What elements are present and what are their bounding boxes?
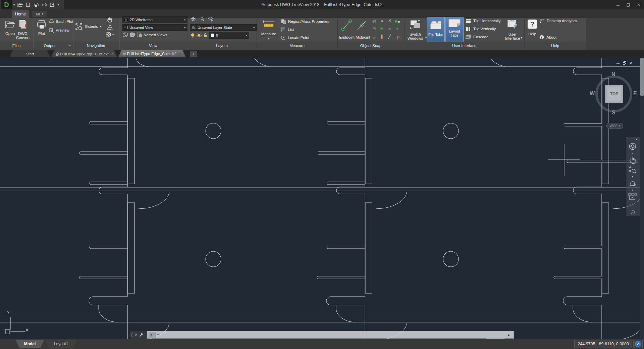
layer-properties-icon[interactable]	[191, 17, 196, 22]
drawing-canvas[interactable]	[0, 58, 644, 339]
chevron-down-icon[interactable]: ▾	[112, 33, 114, 36]
preview-icon[interactable]	[49, 1, 56, 8]
file-tabs-toggle[interactable]: File Tabs	[427, 17, 445, 42]
view-dropdown[interactable]: Unsaved View ▾	[122, 24, 187, 31]
panel-label-user-interface[interactable]: User Interface	[404, 42, 524, 50]
navbar-chevron-icon[interactable]: ▾	[626, 175, 639, 178]
snap-node-icon[interactable]: ✕	[378, 17, 386, 24]
locate-point-button[interactable]: Locate Point	[281, 35, 309, 40]
switch-windows-label[interactable]: Switch Windows	[405, 32, 425, 40]
plot-icon[interactable]	[33, 1, 40, 8]
navbar-orbit-icon[interactable]	[626, 180, 639, 188]
snap-tangent-icon[interactable]: ╱	[386, 33, 393, 40]
open-button[interactable]	[4, 19, 16, 30]
snap-perpendicular-icon[interactable]: ⊥	[370, 33, 378, 40]
lightbulb-icon[interactable]	[191, 33, 195, 38]
tab-document-1[interactable]: FullList-4Type-Edge_Cuts.dxf ✕	[51, 50, 117, 57]
drawing-minimize-button[interactable]	[616, 61, 620, 64]
batch-plot-button[interactable]: Batch Plot	[49, 19, 73, 24]
user-interface-button[interactable]	[505, 18, 520, 31]
layer-isolate-icon[interactable]	[208, 17, 213, 22]
tab-close-icon[interactable]: ✕	[178, 52, 181, 56]
3d-pan-button[interactable]	[106, 24, 114, 31]
layout1-tab[interactable]: Layout1	[45, 340, 77, 348]
help-button[interactable]: ?	[527, 18, 538, 30]
close-button[interactable]: ✕	[634, 0, 644, 9]
help-button-label[interactable]: Help	[525, 32, 540, 36]
wcs-dropdown[interactable]: WCS ▾	[606, 123, 623, 129]
restore-button[interactable]	[623, 0, 634, 9]
tab-document-2-active[interactable]: FullList-4Type-Edge_Cuts.dxf ✕	[118, 50, 186, 57]
command-close-icon[interactable]: ✕	[135, 333, 138, 337]
unlock-icon[interactable]	[203, 33, 207, 38]
navbar-chevron-icon[interactable]: ▾	[626, 152, 639, 155]
open-icon[interactable]	[16, 1, 24, 8]
measure-button[interactable]	[262, 18, 275, 30]
panel-label-layers[interactable]: Layers	[187, 42, 257, 50]
minimize-button[interactable]	[613, 0, 623, 9]
navbar-close-icon[interactable]: ✕	[626, 138, 639, 141]
cube-solid-icon[interactable]	[130, 32, 135, 37]
tab-home[interactable]: Home	[12, 10, 29, 18]
layout-tabs-toggle[interactable]: Layout Tabs	[445, 17, 464, 42]
snap-point-icon[interactable]	[393, 25, 401, 32]
cascade-button[interactable]: Cascade	[466, 35, 488, 39]
tab-close-icon[interactable]: ✕	[111, 52, 114, 56]
navbar-zoom-icon[interactable]	[626, 166, 639, 174]
snap-center-icon[interactable]: ◎	[370, 17, 378, 24]
snap-geometric-center-icon[interactable]: ✳	[378, 25, 386, 32]
navbar-chevron-icon[interactable]: ▾	[626, 189, 639, 192]
desktop-analytics-button[interactable]: Desktop Analytics	[539, 18, 577, 23]
tile-vertically-button[interactable]: Tile Vertically	[466, 27, 496, 31]
panel-label-files[interactable]: Files	[0, 42, 33, 50]
model-tab[interactable]: Model	[15, 340, 44, 348]
preview-button[interactable]: Preview	[49, 28, 69, 33]
visual-style-dropdown[interactable]: 2D Wireframe ▾	[122, 16, 187, 23]
navbar-showmotion-icon[interactable]	[626, 193, 639, 200]
user-interface-button-label[interactable]: User Interface	[503, 32, 522, 40]
command-line-input[interactable]: >_ ▾ ▲	[147, 331, 514, 339]
command-history-arrow-icon[interactable]: ▲	[507, 333, 510, 337]
layer-state-icon[interactable]	[199, 17, 205, 22]
measure-button-label[interactable]: Measure	[259, 32, 278, 36]
batch-plot-icon[interactable]	[41, 1, 48, 8]
dwg-convert-button-label[interactable]: DWG Convert	[13, 32, 32, 40]
ribbon-display-toggle[interactable]: ▾	[32, 11, 47, 17]
current-layer-dropdown[interactable]: 0 ▾	[209, 32, 249, 39]
navbar-steering-wheel-icon[interactable]	[626, 142, 639, 150]
panel-label-output[interactable]: Output	[33, 42, 66, 50]
command-chevron-icon[interactable]: ▾	[157, 333, 159, 336]
snap-off-icon[interactable]: ┌✕	[393, 33, 401, 40]
panel-label-object-snap[interactable]: Object Snap	[337, 42, 404, 50]
named-views-button[interactable]: Named Views	[137, 33, 167, 37]
vertical-scrollbar-thumb[interactable]	[640, 58, 644, 96]
annotation-monitor-badge[interactable]	[633, 340, 643, 348]
app-logo[interactable]: D	[1, 0, 12, 9]
zoom-extents-button[interactable]: Extents ▾	[74, 22, 101, 31]
snap-nearest-icon[interactable]: ○	[386, 25, 393, 32]
dwg-convert-icon[interactable]	[24, 1, 32, 8]
user-interface-chevron-icon[interactable]: ▾	[521, 36, 522, 39]
switch-windows-button[interactable]	[408, 18, 423, 31]
pan-button[interactable]	[106, 16, 114, 23]
navbar-collapse-icon[interactable]	[626, 210, 639, 214]
midpoint-label[interactable]: Midpoint	[354, 35, 372, 39]
panel-label-measure[interactable]: Measure	[257, 42, 337, 50]
about-button[interactable]: About	[539, 35, 556, 40]
snap-extension-icon[interactable]	[393, 17, 401, 24]
measure-chevron-icon[interactable]: ▾	[266, 37, 271, 40]
viewcube-south[interactable]: S	[612, 110, 615, 116]
dwg-convert-button[interactable]	[17, 18, 30, 31]
qat-dropdown-chevron-icon[interactable]: ▾	[58, 3, 59, 6]
coordinates-readout[interactable]: 244.9705, -89.6110, 0.0000	[574, 340, 632, 348]
command-line-grip[interactable]: ✕	[130, 331, 147, 339]
panel-label-view[interactable]: View	[119, 42, 187, 50]
drawing-restore-button[interactable]	[623, 61, 626, 65]
snap-quadrant-icon[interactable]: ✕	[386, 17, 393, 24]
snap-parallel-icon[interactable]: ∥	[378, 33, 386, 40]
app-menu-chevron-icon[interactable]: ▾	[13, 3, 15, 6]
sun-icon[interactable]	[197, 33, 202, 38]
panel-label-navigation[interactable]: Navigation	[73, 42, 119, 50]
tab-start[interactable]: Start	[9, 50, 50, 57]
list-button[interactable]: List	[281, 27, 294, 32]
